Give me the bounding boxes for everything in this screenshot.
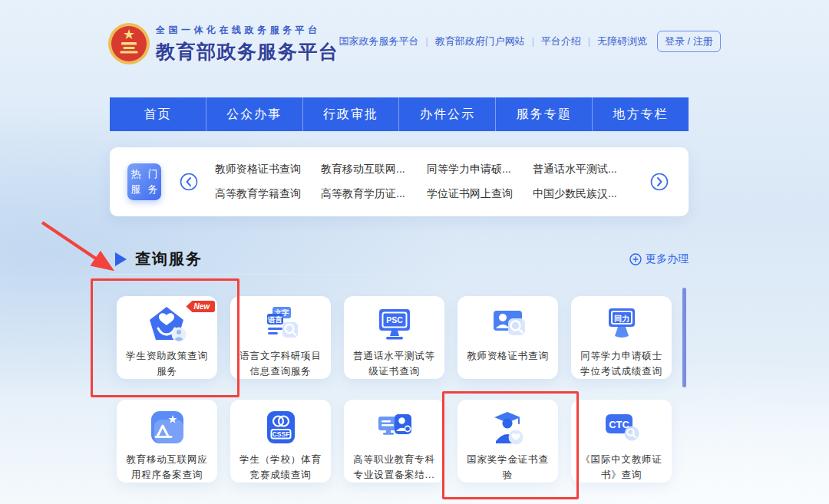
- link-separator: |: [426, 36, 428, 47]
- service-card[interactable]: CSSF学生（学校）体育竞赛成绩查询: [230, 400, 331, 483]
- service-card[interactable]: 教师资格证书查询: [457, 296, 558, 379]
- nav-item[interactable]: 公众办事: [206, 97, 302, 131]
- svg-text:语言: 语言: [267, 315, 283, 324]
- header-links: 国家政务服务平台|教育部政府门户网站|平台介绍|无障碍浏览登录 / 注册: [339, 31, 721, 52]
- service-card[interactable]: 学生资助政策查询服务New: [117, 296, 217, 379]
- svg-text:同力: 同力: [614, 315, 629, 323]
- hot-services-links: 教师资格证书查询教育移动互联网...同等学力申请硕...普通话水平测试...高等…: [215, 163, 639, 201]
- hot-services-panel: 热 门 服 务 教师资格证书查询教育移动互联网...同等学力申请硕...普通话水…: [110, 147, 689, 216]
- hot-service-link[interactable]: 高等教育学历证...: [321, 187, 427, 201]
- hot-service-link[interactable]: 高等教育学籍查询: [215, 187, 321, 201]
- nav-item[interactable]: 首页: [110, 97, 206, 131]
- language-research-icon: 文字 语言: [230, 305, 331, 344]
- service-card-title: 学生资助政策查询服务: [117, 348, 217, 379]
- hot-service-link[interactable]: 教育移动互联网...: [321, 163, 427, 176]
- service-card-title: 同等学力申请硕士学位考试成绩查询: [571, 348, 672, 379]
- hot-service-link[interactable]: 中国少数民族汉...: [533, 187, 639, 201]
- service-card-title: 高等职业教育专科专业设置备案结...: [344, 452, 444, 483]
- service-card[interactable]: 文字 语言 语言文字科研项目信息查询服务: [230, 296, 331, 379]
- hot-service-link[interactable]: 同等学力申请硕...: [427, 163, 533, 176]
- logo-subtitle: 全国一体化在线政务服务平台: [156, 24, 339, 37]
- national-emblem-icon: [107, 22, 150, 65]
- hot-service-link[interactable]: 普通话水平测试...: [533, 163, 639, 176]
- link-separator: |: [532, 36, 534, 47]
- service-card[interactable]: 高等职业教育专科专业设置备案结...: [344, 400, 444, 483]
- logo-text: 全国一体化在线政务服务平台 教育部政务服务平台: [156, 24, 339, 64]
- header-link[interactable]: 无障碍浏览: [597, 35, 647, 48]
- service-card[interactable]: CTC 《国际中文教师证书》查询: [571, 400, 672, 483]
- vertical-scrollbar[interactable]: [682, 288, 686, 387]
- service-card[interactable]: 教育移动互联网应用程序备案查询: [117, 400, 217, 483]
- plus-circle-icon: [629, 253, 642, 265]
- psc-monitor-icon: PSC: [344, 305, 444, 344]
- section-title: 查询服务: [135, 249, 203, 269]
- nav-item[interactable]: 办件公示: [398, 97, 495, 131]
- header-link[interactable]: 国家政务服务平台: [339, 35, 419, 48]
- service-card-title: 《国际中文教师证书》查询: [571, 452, 672, 483]
- hot-services-badge: 热 门 服 务: [127, 163, 161, 200]
- header-link[interactable]: 平台介绍: [541, 35, 581, 48]
- hot-service-link[interactable]: 教师资格证书查询: [215, 163, 321, 176]
- hot-service-link[interactable]: 学位证书网上查询: [427, 187, 533, 201]
- service-card-title: 教育移动互联网应用程序备案查询: [117, 452, 217, 483]
- header: 全国一体化在线政务服务平台 教育部政务服务平台 国家政务服务平台|教育部政府门户…: [107, 20, 689, 68]
- services-grid: 学生资助政策查询服务New 文字 语言 语言文字科研项目信息查询服务 PSC 普…: [117, 296, 672, 483]
- cssf-badge-icon: CSSF: [230, 408, 331, 448]
- app-store-icon: [117, 408, 217, 448]
- ctc-search-icon: CTC: [571, 408, 672, 448]
- nav-item[interactable]: 服务专题: [495, 97, 592, 131]
- graduate-scholarship-icon: [457, 408, 558, 448]
- service-card-title: 普通话水平测试等级证书查询: [344, 348, 444, 379]
- page: 全国一体化在线政务服务平台 教育部政务服务平台 国家政务服务平台|教育部政府门户…: [0, 0, 829, 504]
- tongli-monitor-icon: 同力: [571, 305, 672, 344]
- service-card-title: 教师资格证书查询: [457, 348, 558, 364]
- service-card[interactable]: PSC 普通话水平测试等级证书查询: [344, 296, 444, 379]
- logo: 全国一体化在线政务服务平台 教育部政务服务平台: [107, 22, 339, 65]
- new-badge: New: [186, 301, 215, 312]
- service-card[interactable]: 同力 同等学力申请硕士学位考试成绩查询: [571, 296, 672, 379]
- link-separator: |: [588, 36, 590, 47]
- nav-item[interactable]: 地方专栏: [592, 97, 689, 131]
- logo-title: 教育部政务服务平台: [156, 39, 339, 64]
- service-card-title: 语言文字科研项目信息查询服务: [230, 348, 331, 379]
- service-card[interactable]: 国家奖学金证书查验: [457, 400, 558, 483]
- section-header: 查询服务 更多办理: [110, 244, 689, 275]
- teacher-cert-icon: [457, 305, 558, 344]
- more-services-label: 更多办理: [646, 252, 689, 266]
- carousel-next-button[interactable]: [650, 173, 669, 191]
- carousel-prev-button[interactable]: [180, 173, 198, 191]
- section-triangle-icon: [115, 252, 127, 266]
- svg-text:PSC: PSC: [386, 315, 403, 324]
- login-register-button[interactable]: 登录 / 注册: [657, 31, 721, 52]
- service-card-title: 学生（学校）体育竞赛成绩查询: [230, 452, 331, 483]
- nav-item[interactable]: 行政审批: [302, 97, 399, 131]
- more-services-button[interactable]: 更多办理: [629, 252, 689, 266]
- nav-bar: 首页公众办事行政审批办件公示服务专题地方专栏: [110, 97, 689, 131]
- header-link[interactable]: 教育部政府门户网站: [435, 35, 525, 48]
- svg-text:CSSF: CSSF: [272, 430, 289, 438]
- monitor-person-icon: [344, 408, 444, 448]
- service-card-title: 国家奖学金证书查验: [457, 452, 558, 483]
